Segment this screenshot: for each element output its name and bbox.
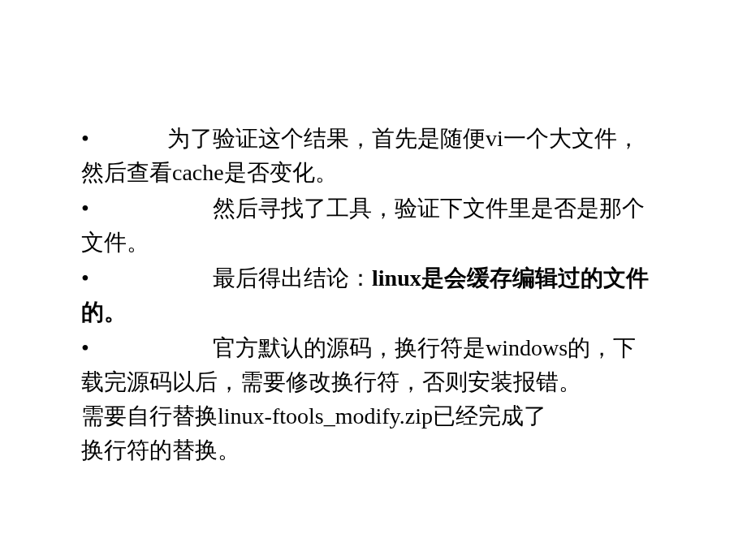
list-item: 为了验证这个结果，首先是随便vi一个大文件， 然后查看cache是否变化。 [49,122,698,190]
bullet-list: 为了验证这个结果，首先是随便vi一个大文件， 然后查看cache是否变化。 然后… [49,122,698,467]
text: 官方默认的源码，换行符是windows的，下 [213,335,636,360]
text-bold: 的。 [81,295,698,330]
text-latin: linux-ftools_modify.zip [218,403,433,429]
text: 然后寻找了工具，验证下文件里是否是那个 [213,196,645,221]
list-item: 官方默认的源码，换行符是windows的，下 载完源码以后，需要修改换行符，否则… [49,331,698,467]
text: 文件。 [81,226,698,260]
text: 已经完成了 [433,403,546,429]
text: 一个大文件， [503,126,640,151]
text: 换行符的替换。 [81,433,698,467]
text: 载完源码以后，需要修改换行符，否则安装报错。 [81,365,698,399]
list-item: 然后寻找了工具，验证下文件里是否是那个 文件。 [49,192,698,260]
list-item: 最后得出结论：linux是会缓存编辑过的文件 的。 [49,261,698,330]
text: 最后得出结论： [213,265,372,291]
text-bold: linux是会缓存编辑过的文件 [372,265,649,291]
text: 需要自行替换 [81,403,218,429]
text-latin: vi [486,126,503,151]
text: 然后查看cache是否变化。 [81,156,698,190]
text: 为了验证这个结果，首先是随便 [167,126,486,151]
